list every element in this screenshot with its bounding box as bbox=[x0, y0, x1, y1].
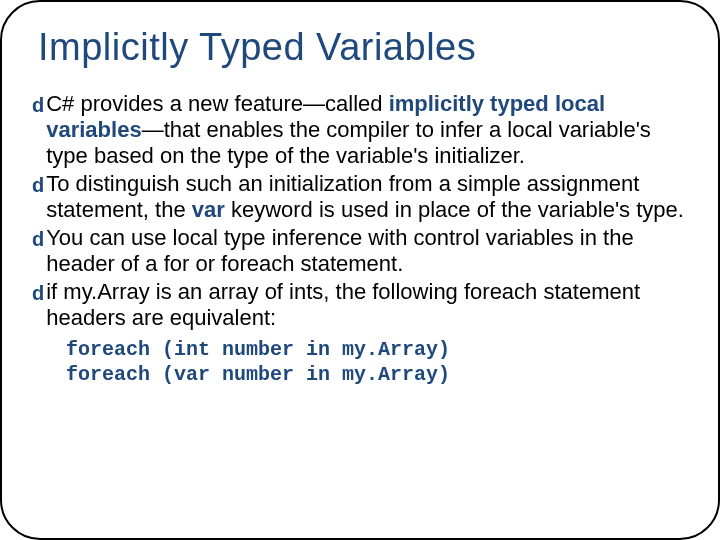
code-line: foreach (int number in my.Array) bbox=[66, 338, 450, 361]
bullet-text: if my.Array is an array of ints, the fol… bbox=[46, 279, 688, 331]
bullet-item: d C# provides a new feature—called impli… bbox=[32, 91, 688, 169]
code-line: foreach (var number in my.Array) bbox=[66, 363, 450, 386]
keyword-text: var bbox=[192, 197, 225, 222]
bullet-text: C# provides a new feature—called implici… bbox=[46, 91, 688, 169]
bullet-text: To distinguish such an initialization fr… bbox=[46, 171, 688, 223]
slide-title: Implicitly Typed Variables bbox=[38, 26, 688, 69]
bullet-icon: d bbox=[32, 228, 44, 252]
slide-body: d C# provides a new feature—called impli… bbox=[32, 91, 688, 387]
text-run: keyword is used in place of the variable… bbox=[225, 197, 684, 222]
bullet-icon: d bbox=[32, 282, 44, 306]
bullet-item: d You can use local type inference with … bbox=[32, 225, 688, 277]
bullet-item: d To distinguish such an initialization … bbox=[32, 171, 688, 223]
bullet-icon: d bbox=[32, 174, 44, 198]
slide-frame: Implicitly Typed Variables d C# provides… bbox=[0, 0, 720, 540]
code-block: foreach (int number in my.Array) foreach… bbox=[66, 337, 688, 387]
bullet-icon: d bbox=[32, 94, 44, 118]
text-run: C# provides a new feature—called bbox=[46, 91, 388, 116]
bullet-item: d if my.Array is an array of ints, the f… bbox=[32, 279, 688, 331]
bullet-text: You can use local type inference with co… bbox=[46, 225, 688, 277]
